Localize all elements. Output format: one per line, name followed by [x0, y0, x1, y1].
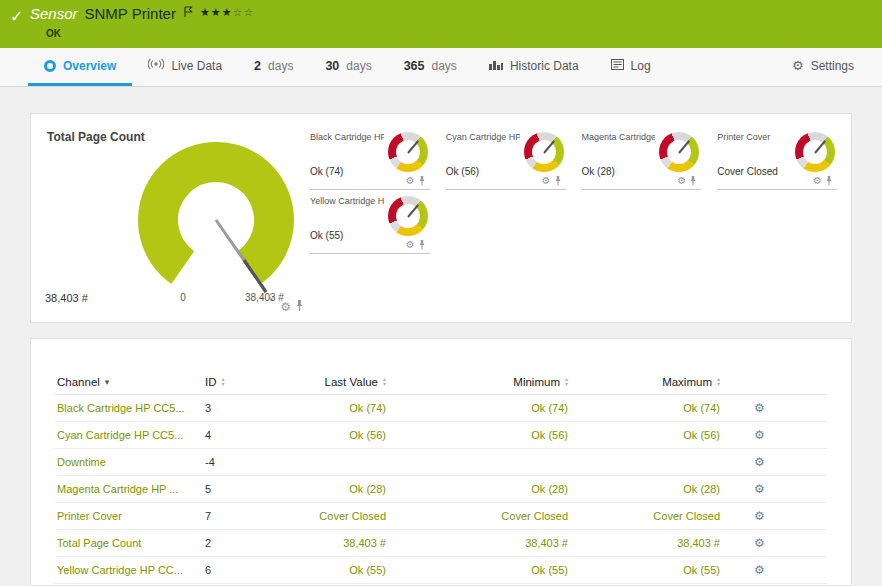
- live-data-icon: [148, 58, 164, 73]
- table-row: Cyan Cartridge HP CC5... 4 Ok (56) Ok (5…: [55, 422, 827, 449]
- sort-header-channel[interactable]: Channel ▾: [55, 376, 203, 388]
- mini-gauge-printer-cover: Printer Cover Cover Closed ⚙: [717, 126, 837, 190]
- sort-icon: ▴▾: [383, 377, 386, 387]
- gauge-settings-gear-icon[interactable]: ⚙: [406, 176, 415, 186]
- column-header-label: Channel: [57, 376, 100, 388]
- gauge-settings-gear-icon[interactable]: ⚙: [406, 240, 415, 250]
- maximum-value: Ok (56): [570, 429, 722, 441]
- mini-gauge-dial: [388, 196, 428, 236]
- column-header-label: Minimum: [513, 376, 560, 388]
- channel-settings-gear-icon[interactable]: ⚙: [754, 401, 765, 415]
- stars-filled: ★★★: [200, 6, 233, 18]
- gauge-dial: ×: [100, 134, 332, 310]
- mini-gauge-value: Cover Closed: [717, 166, 778, 177]
- pin-icon[interactable]: [825, 172, 833, 190]
- channel-settings-gear-icon[interactable]: ⚙: [754, 509, 765, 523]
- minimum-value: Ok (74): [388, 402, 570, 414]
- sort-header-id[interactable]: ID ▴▾: [203, 376, 283, 388]
- mini-gauge-title: Printer Cover: [717, 132, 791, 142]
- tab-bar: Overview Live Data 2 days 30 days 365 da…: [0, 48, 882, 87]
- mini-gauge-title: Yellow Cartridge HP C...: [310, 196, 384, 206]
- sort-header-minimum[interactable]: Minimum ▴▾: [388, 376, 570, 388]
- log-icon: [611, 59, 624, 73]
- channel-link[interactable]: Yellow Cartridge HP CC...: [57, 564, 183, 576]
- mini-gauge-value: Ok (55): [310, 230, 343, 241]
- channel-id: 5: [203, 483, 283, 495]
- gauge-current-value: 38,403 #: [45, 292, 88, 304]
- minimum-value: Ok (56): [388, 429, 570, 441]
- mini-gauge-value: Ok (74): [310, 166, 343, 177]
- tab-2-days-unit: days: [268, 59, 293, 73]
- last-value: Ok (74): [283, 402, 388, 414]
- minimum-value: Ok (55): [388, 564, 570, 576]
- channel-link[interactable]: Printer Cover: [57, 510, 122, 522]
- tab-live-data[interactable]: Live Data: [132, 48, 238, 86]
- minimum-value: Ok (28): [388, 483, 570, 495]
- channel-settings-gear-icon[interactable]: ⚙: [754, 455, 765, 469]
- channels-table-panel: Channel ▾ ID ▴▾ Last Value ▴▾ Minimum ▴▾…: [30, 338, 852, 586]
- status-badge: OK: [46, 28, 61, 39]
- maximum-value: 38,403 #: [570, 537, 722, 549]
- gauge-settings-gear-icon[interactable]: ⚙: [677, 176, 686, 186]
- tab-settings-label: Settings: [811, 59, 854, 73]
- pin-icon[interactable]: [418, 172, 426, 190]
- pin-icon[interactable]: [418, 236, 426, 254]
- mini-gauge-black-cartridge: Black Cartridge HP CC... Ok (74) ⚙: [310, 126, 430, 190]
- channel-link[interactable]: Total Page Count: [57, 537, 141, 549]
- gauge-min-label: 0: [171, 292, 195, 303]
- tab-30-days-unit: days: [346, 59, 371, 73]
- total-page-count-gauge: Total Page Count × 38,403 # 0 38,403 # ⚙: [45, 122, 310, 314]
- channel-settings-gear-icon[interactable]: ⚙: [754, 536, 765, 550]
- tab-historic-data[interactable]: Historic Data: [473, 48, 595, 86]
- sort-header-maximum[interactable]: Maximum ▴▾: [570, 376, 722, 388]
- sort-icon: ▴▾: [717, 377, 720, 387]
- sort-header-last-value[interactable]: Last Value ▴▾: [283, 376, 388, 388]
- last-value: Ok (55): [283, 564, 388, 576]
- pin-icon[interactable]: [295, 298, 304, 316]
- channel-link[interactable]: Cyan Cartridge HP CC5...: [57, 429, 183, 441]
- pin-icon[interactable]: [689, 172, 697, 190]
- channel-link[interactable]: Magenta Cartridge HP ...: [57, 483, 178, 495]
- mini-gauge-dial: [659, 132, 699, 172]
- pin-icon[interactable]: [554, 172, 562, 190]
- gear-icon: ⚙: [792, 59, 804, 72]
- page-title: SNMP Printer: [85, 5, 176, 22]
- tab-365-days[interactable]: 365 days: [388, 48, 473, 86]
- tab-overview[interactable]: Overview: [28, 48, 132, 86]
- channel-link[interactable]: Downtime: [57, 456, 106, 468]
- stars-empty: ☆☆: [233, 6, 255, 18]
- table-row: Printer Cover 7 Cover Closed Cover Close…: [55, 503, 827, 530]
- gauge-settings-gear-icon[interactable]: ⚙: [542, 176, 551, 186]
- maximum-value: Ok (55): [570, 564, 722, 576]
- tab-30-days[interactable]: 30 days: [309, 48, 387, 86]
- priority-stars[interactable]: ★★★☆☆: [200, 6, 254, 19]
- mini-gauge-value: Ok (28): [582, 166, 615, 177]
- table-row: Total Page Count 2 38,403 # 38,403 # 38,…: [55, 530, 827, 557]
- gauge-settings-gear-icon[interactable]: ⚙: [280, 301, 291, 313]
- mini-gauge-magenta-cartridge: Magenta Cartridge HP ... Ok (28) ⚙: [582, 126, 702, 190]
- mini-gauge-title: Magenta Cartridge HP ...: [582, 132, 656, 142]
- sensor-type-label: Sensor: [30, 5, 78, 22]
- content-area: Total Page Count × 38,403 # 0 38,403 # ⚙…: [0, 87, 882, 586]
- maximum-value: Ok (28): [570, 483, 722, 495]
- tab-2-days-number: 2: [254, 59, 261, 73]
- mini-gauge-title: Black Cartridge HP CC...: [310, 132, 384, 142]
- table-row: Downtime -4 ⚙: [55, 449, 827, 476]
- channel-settings-gear-icon[interactable]: ⚙: [754, 482, 765, 496]
- channel-settings-gear-icon[interactable]: ⚙: [754, 563, 765, 577]
- channel-id: 6: [203, 564, 283, 576]
- channel-link[interactable]: Black Cartridge HP CC5...: [57, 402, 185, 414]
- sort-icon: ▴▾: [222, 377, 225, 387]
- table-row: Yellow Cartridge HP CC... 6 Ok (55) Ok (…: [55, 557, 827, 584]
- channel-settings-gear-icon[interactable]: ⚙: [754, 428, 765, 442]
- overview-icon: [44, 60, 56, 72]
- tab-2-days[interactable]: 2 days: [238, 48, 309, 86]
- mini-gauge-dial: [524, 132, 564, 172]
- tab-log[interactable]: Log: [595, 48, 667, 86]
- table-row: Black Cartridge HP CC5... 3 Ok (74) Ok (…: [55, 395, 827, 422]
- tab-settings[interactable]: ⚙ Settings: [776, 48, 870, 86]
- priority-flag-icon[interactable]: [183, 6, 193, 18]
- channel-id: 3: [203, 402, 283, 414]
- minimum-value: Cover Closed: [388, 510, 570, 522]
- gauge-settings-gear-icon[interactable]: ⚙: [813, 176, 822, 186]
